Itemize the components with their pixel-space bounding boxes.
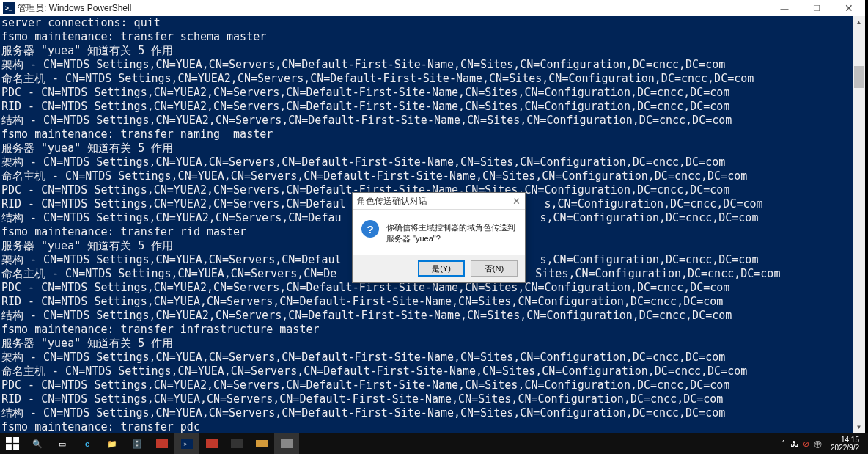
clock-date: 2022/9/2 (831, 444, 859, 452)
window-icon (281, 439, 293, 448)
start-button[interactable] (0, 433, 25, 454)
question-icon: ? (361, 220, 379, 238)
tray-volume-icon[interactable]: ⊘ (803, 439, 809, 449)
taskbar-ie-button[interactable]: e (75, 433, 100, 454)
tray-network-icon[interactable]: 🖧 (790, 439, 798, 448)
svg-rect-1 (13, 437, 19, 443)
system-tray[interactable]: ˄ 🖧 ⊘ ㊥ 14:15 2022/9/2 (781, 436, 868, 452)
powershell-taskbar-icon: >_ (181, 439, 193, 449)
window-titlebar[interactable]: >_ 管理员: Windows PowerShell — ☐ ✕ (0, 0, 865, 16)
clock-time: 14:15 (841, 436, 859, 444)
powershell-icon: >_ (3, 2, 15, 14)
taskbar-server-manager-button[interactable]: 🗄️ (125, 433, 150, 454)
tray-ime-icon[interactable]: ㊥ (814, 439, 822, 450)
dialog-message: 你确信将主域控制器的域角色传送到服务器 "yuea"? (386, 220, 516, 244)
vertical-scrollbar[interactable]: ▲ ▼ (853, 16, 865, 433)
search-icon: 🔍 (31, 437, 44, 450)
taskbar-search-button[interactable]: 🔍 (25, 433, 50, 454)
windows-icon (6, 437, 19, 450)
role-transfer-confirm-dialog: 角色传送确认对话 ✕ ? 你确信将主域控制器的域角色传送到服务器 "yuea"?… (352, 192, 526, 283)
task-view-icon: ▭ (56, 437, 69, 450)
scroll-down-button[interactable]: ▼ (853, 421, 865, 433)
app-icon (256, 440, 268, 447)
maximize-button[interactable]: ☐ (801, 0, 833, 16)
no-button[interactable]: 否(N) (471, 260, 518, 277)
tray-chevron-icon[interactable]: ˄ (781, 439, 786, 449)
svg-rect-2 (6, 444, 12, 450)
taskbar-explorer-button[interactable]: 📁 (100, 433, 125, 454)
scroll-up-button[interactable]: ▲ (853, 16, 865, 29)
server-manager-icon: 🗄️ (130, 437, 144, 450)
taskbar-app1-button[interactable] (150, 433, 174, 454)
dialog-titlebar[interactable]: 角色传送确认对话 ✕ (353, 193, 525, 210)
scroll-thumb[interactable] (854, 66, 864, 88)
yes-button[interactable]: 是(Y) (418, 260, 465, 277)
taskbar-app3-button[interactable] (224, 433, 249, 454)
ie-icon: e (81, 437, 94, 450)
taskbar[interactable]: 🔍 ▭ e 📁 🗄️ >_ ˄ 🖧 ⊘ ㊥ 14:15 2022/9/2 (0, 433, 868, 454)
app-icon (206, 439, 218, 448)
taskbar-powershell-button[interactable]: >_ (174, 433, 199, 454)
svg-rect-0 (6, 437, 12, 443)
svg-rect-3 (13, 444, 19, 450)
window-title: 管理员: Windows PowerShell (18, 2, 131, 15)
minimize-button[interactable]: — (768, 0, 801, 16)
app-icon (156, 439, 168, 448)
folder-icon: 📁 (106, 437, 119, 450)
close-button[interactable]: ✕ (833, 0, 865, 16)
dialog-title: 角色传送确认对话 (357, 195, 427, 208)
app-icon (231, 439, 243, 448)
dialog-close-button[interactable]: ✕ (512, 196, 521, 207)
taskbar-app4-button[interactable] (249, 433, 274, 454)
taskbar-clock[interactable]: 14:15 2022/9/2 (826, 436, 864, 452)
taskbar-task-view-button[interactable]: ▭ (50, 433, 75, 454)
taskbar-app2-button[interactable] (199, 433, 224, 454)
taskbar-dialog-button[interactable] (274, 433, 299, 454)
